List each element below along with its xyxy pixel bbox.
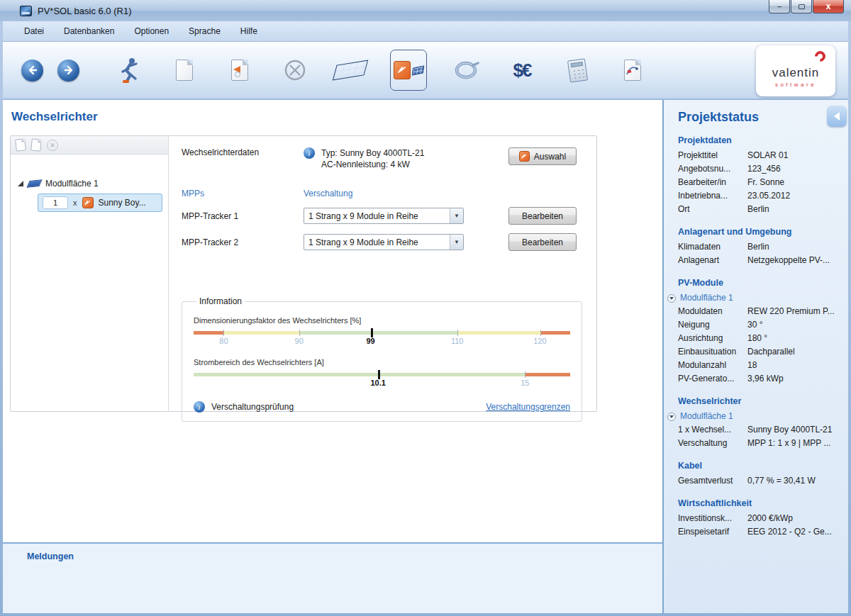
section-projektdaten: Projektdaten ProjekttitelSOLAR 01 Angebo… [678, 135, 841, 216]
forward-icon [57, 60, 79, 82]
project-status-sidebar: Projektstatus Projektdaten ProjekttitelS… [662, 100, 848, 613]
cable-coil-icon [453, 60, 480, 81]
menu-datenbanken[interactable]: Datenbanken [64, 26, 114, 36]
mpps-header: MPPs [182, 189, 304, 198]
section-wirtschaftlichkeit: Wirtschaftlichkeit Investitionsk...2000 … [678, 498, 841, 539]
inverter-selected-frame [390, 50, 427, 91]
tree-root-label: Modulfläche 1 [45, 179, 99, 189]
status-row: Gesamtverlust0,77 % = 30,41 W [678, 474, 841, 488]
status-row: 1 x Wechsel...Sunny Boy 4000TL-21 [678, 423, 841, 437]
menu-datei[interactable]: Datei [24, 26, 44, 36]
tree-child-label: Sunny Boy... [99, 198, 146, 208]
inverter-data-label: Wechselrichterdaten [182, 147, 304, 157]
bearbeiten-button-2[interactable]: Bearbeiten [508, 233, 577, 251]
collapse-circle-icon[interactable] [667, 294, 676, 303]
close-button[interactable]: x [813, 0, 844, 13]
tree-delete-icon[interactable]: ✕ [47, 140, 58, 151]
inverter-power: AC-Nennleistung: 4 kW [321, 159, 424, 170]
consumers-button[interactable] [279, 52, 311, 89]
sidebar-collapse-button[interactable] [827, 106, 847, 127]
mpp-tracker-2-label: MPP-Tracker 2 [182, 237, 304, 247]
cables-button[interactable] [451, 52, 482, 89]
tree-item-modulflaeche[interactable]: Modulfläche 1 [18, 179, 162, 189]
sizing-factor-label: Dimensionierungsfaktor des Wechselrichte… [194, 316, 570, 325]
tick-15: 15 [521, 379, 529, 387]
status-row: OrtBerlin [678, 203, 841, 216]
report-icon [624, 60, 641, 81]
pv-panel-icon [333, 60, 368, 81]
new-document-icon [176, 60, 193, 81]
new-project-button[interactable] [169, 52, 200, 89]
tree-add-icon[interactable] [15, 138, 26, 151]
module-area-icon [26, 179, 42, 188]
information-box: Information Dimensionierungsfaktor des W… [182, 296, 582, 422]
tick-80: 80 [219, 337, 228, 345]
report-button[interactable] [617, 52, 648, 89]
chevron-down-icon[interactable]: ▼ [450, 235, 463, 250]
logo-sub-text: software [775, 82, 816, 88]
expander-modulflaeche[interactable]: Modulfläche 1 [667, 410, 841, 423]
status-row: KlimadatenBerlin [678, 240, 841, 254]
info-icon: i [304, 147, 315, 159]
info-icon: i [194, 401, 205, 413]
inverter-button[interactable] [390, 52, 427, 89]
section-pv-module: PV-Module Modulfläche 1 ModuldatenREW 22… [678, 278, 841, 386]
tick-120: 120 [533, 337, 546, 345]
status-row: Neigung30 ° [678, 318, 841, 332]
pv-modules-button[interactable] [335, 52, 366, 89]
main-content: Wechselrichter ✕ [3, 100, 662, 542]
menu-hilfe[interactable]: Hilfe [240, 26, 257, 36]
status-row: Investitionsk...2000 €/kWp [678, 512, 841, 525]
tree-item-inverter[interactable]: 1 x Sunny Boy... [38, 194, 162, 212]
maximize-button[interactable] [791, 0, 812, 13]
quick-start-button[interactable] [113, 52, 145, 89]
mpp-tracker-1-select[interactable]: 1 Strang x 9 Module in Reihe ▼ [304, 208, 464, 224]
verschaltungspruefung-label: Verschaltungsprüfung [211, 402, 294, 412]
status-row: Modulanzahl18 [678, 359, 841, 372]
tick-90: 90 [295, 337, 304, 345]
status-row: Ausrichtung180 ° [678, 332, 841, 345]
back-icon [21, 60, 43, 82]
sidebar-title: Projektstatus [678, 110, 841, 125]
title-bar: PV*SOL basic 6.0 (R1) – x [0, 0, 851, 21]
status-row: VerschaltungMPP 1: 1 x 9 | MPP ... [678, 437, 841, 450]
section-title: Projektdaten [678, 135, 841, 145]
calculator-icon [567, 58, 587, 82]
forward-button[interactable] [57, 52, 79, 89]
app-icon [20, 6, 32, 16]
verschaltungsgrenzen-link[interactable]: Verschaltungsgrenzen [486, 402, 570, 412]
open-project-button[interactable] [224, 52, 255, 89]
chevron-left-icon [834, 112, 840, 121]
expander-modulflaeche[interactable]: Modulfläche 1 [667, 291, 841, 305]
status-row: PV-Generato...3,96 kWp [678, 372, 841, 386]
current-range-label: Strombereich des Wechselrichters [A] [194, 358, 570, 366]
information-legend: Information [196, 296, 245, 306]
tree-expander-icon[interactable] [18, 181, 23, 186]
chevron-down-icon[interactable]: ▼ [450, 208, 463, 223]
runner-icon [116, 56, 142, 84]
back-button[interactable] [21, 52, 43, 89]
menu-bar: Datei Datenbanken Optionen Sprache Hilfe [3, 21, 848, 42]
sizing-factor-slider: Dimensionierungsfaktor des Wechselrichte… [194, 316, 570, 348]
sizing-factor-track [194, 331, 570, 335]
auswahl-button[interactable]: Auswahl [508, 147, 577, 165]
tree-toolbar: ✕ [11, 136, 168, 155]
tree-copy-icon[interactable] [30, 138, 42, 151]
mpp-tracker-1-value: 1 Strang x 9 Module in Reihe [304, 211, 450, 221]
status-row: EinspeisetarifEEG 2012 - Q2 - Ge... [678, 525, 841, 539]
inverter-count-input[interactable]: 1 [43, 196, 68, 209]
economy-button[interactable]: $€ [506, 52, 538, 89]
section-title: PV-Module [678, 278, 841, 288]
page-title: Wechselrichter [11, 110, 662, 124]
mpp-tracker-2-select[interactable]: 1 Strang x 9 Module in Reihe ▼ [304, 234, 464, 250]
results-button[interactable] [562, 52, 593, 89]
toolbar: $€ valentin software [3, 42, 848, 100]
tick-110: 110 [451, 337, 464, 345]
menu-sprache[interactable]: Sprache [189, 26, 221, 36]
minimize-button[interactable]: – [769, 0, 790, 13]
inverter-icon [394, 61, 411, 79]
menu-optionen[interactable]: Optionen [134, 26, 169, 36]
collapse-circle-icon[interactable] [667, 413, 676, 421]
dollar-euro-icon: $€ [513, 60, 531, 82]
bearbeiten-button-1[interactable]: Bearbeiten [508, 207, 577, 225]
